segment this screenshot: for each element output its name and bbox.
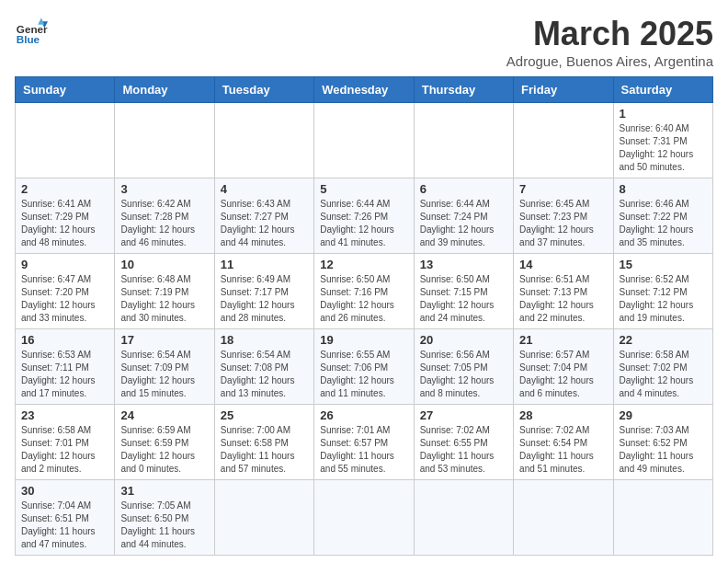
day-info: Sunrise: 6:40 AM Sunset: 7:31 PM Dayligh…	[620, 122, 707, 174]
day-info: Sunrise: 6:41 AM Sunset: 7:29 PM Dayligh…	[21, 198, 108, 249]
day-cell	[214, 103, 313, 178]
day-number: 8	[620, 182, 707, 196]
page-header: General Blue March 2025 Adrogue, Buenos …	[15, 15, 713, 69]
day-cell: 22Sunrise: 6:58 AM Sunset: 7:02 PM Dayli…	[613, 329, 712, 405]
week-row-1: 1Sunrise: 6:40 AM Sunset: 7:31 PM Daylig…	[16, 103, 713, 178]
day-cell: 13Sunrise: 6:50 AM Sunset: 7:15 PM Dayli…	[414, 254, 513, 329]
day-info: Sunrise: 6:55 AM Sunset: 7:06 PM Dayligh…	[320, 349, 407, 400]
day-cell: 8Sunrise: 6:46 AM Sunset: 7:22 PM Daylig…	[613, 178, 712, 254]
day-cell: 6Sunrise: 6:44 AM Sunset: 7:24 PM Daylig…	[414, 178, 513, 254]
svg-text:Blue: Blue	[17, 33, 40, 45]
day-cell	[314, 480, 414, 556]
day-number: 28	[519, 408, 607, 422]
day-info: Sunrise: 6:47 AM Sunset: 7:20 PM Dayligh…	[21, 273, 108, 325]
day-info: Sunrise: 6:52 AM Sunset: 7:12 PM Dayligh…	[620, 273, 707, 325]
day-number: 9	[21, 258, 108, 271]
day-cell	[314, 103, 414, 178]
day-info: Sunrise: 6:57 AM Sunset: 7:04 PM Dayligh…	[519, 349, 607, 400]
location: Adrogue, Buenos Aires, Argentina	[506, 53, 713, 69]
day-cell: 29Sunrise: 7:03 AM Sunset: 6:52 PM Dayli…	[613, 405, 712, 480]
day-number: 31	[120, 484, 208, 498]
day-cell: 3Sunrise: 6:42 AM Sunset: 7:28 PM Daylig…	[115, 178, 214, 254]
day-cell: 26Sunrise: 7:01 AM Sunset: 6:57 PM Dayli…	[314, 405, 414, 480]
day-number: 26	[320, 408, 407, 422]
day-number: 22	[620, 333, 707, 347]
day-number: 7	[519, 182, 607, 196]
day-cell: 5Sunrise: 6:44 AM Sunset: 7:26 PM Daylig…	[314, 178, 414, 254]
day-info: Sunrise: 7:02 AM Sunset: 6:54 PM Dayligh…	[519, 424, 607, 476]
week-row-6: 30Sunrise: 7:04 AM Sunset: 6:51 PM Dayli…	[16, 480, 713, 556]
day-cell: 19Sunrise: 6:55 AM Sunset: 7:06 PM Dayli…	[314, 329, 414, 405]
day-cell: 14Sunrise: 6:51 AM Sunset: 7:13 PM Dayli…	[514, 254, 613, 329]
day-cell	[514, 103, 613, 178]
day-info: Sunrise: 6:56 AM Sunset: 7:05 PM Dayligh…	[420, 349, 507, 400]
day-cell: 9Sunrise: 6:47 AM Sunset: 7:20 PM Daylig…	[16, 254, 115, 329]
day-cell	[613, 480, 712, 556]
day-info: Sunrise: 6:50 AM Sunset: 7:15 PM Dayligh…	[420, 273, 507, 325]
day-cell: 21Sunrise: 6:57 AM Sunset: 7:04 PM Dayli…	[514, 329, 613, 405]
week-row-5: 23Sunrise: 6:58 AM Sunset: 7:01 PM Dayli…	[16, 405, 713, 480]
day-number: 15	[620, 258, 707, 271]
day-number: 21	[519, 333, 607, 347]
title-block: March 2025 Adrogue, Buenos Aires, Argent…	[506, 15, 713, 69]
weekday-header-row: SundayMondayTuesdayWednesdayThursdayFrid…	[16, 77, 713, 103]
month-title: March 2025	[506, 15, 713, 53]
day-number: 23	[21, 408, 108, 422]
day-number: 19	[320, 333, 407, 347]
day-info: Sunrise: 6:58 AM Sunset: 7:02 PM Dayligh…	[620, 349, 707, 400]
weekday-header-friday: Friday	[514, 77, 613, 103]
day-cell: 1Sunrise: 6:40 AM Sunset: 7:31 PM Daylig…	[613, 103, 712, 178]
day-number: 24	[120, 408, 208, 422]
day-info: Sunrise: 6:54 AM Sunset: 7:09 PM Dayligh…	[120, 349, 208, 400]
day-info: Sunrise: 6:48 AM Sunset: 7:19 PM Dayligh…	[120, 273, 208, 325]
day-cell	[414, 480, 513, 556]
day-number: 14	[519, 258, 607, 271]
day-cell	[115, 103, 214, 178]
day-cell	[414, 103, 513, 178]
day-info: Sunrise: 6:54 AM Sunset: 7:08 PM Dayligh…	[221, 349, 308, 400]
day-info: Sunrise: 6:53 AM Sunset: 7:11 PM Dayligh…	[21, 349, 108, 400]
day-number: 27	[420, 408, 507, 422]
logo-icon: General Blue	[15, 15, 48, 48]
day-cell: 10Sunrise: 6:48 AM Sunset: 7:19 PM Dayli…	[115, 254, 214, 329]
day-info: Sunrise: 6:42 AM Sunset: 7:28 PM Dayligh…	[120, 198, 208, 249]
week-row-3: 9Sunrise: 6:47 AM Sunset: 7:20 PM Daylig…	[16, 254, 713, 329]
day-info: Sunrise: 6:59 AM Sunset: 6:59 PM Dayligh…	[120, 424, 208, 476]
day-cell: 31Sunrise: 7:05 AM Sunset: 6:50 PM Dayli…	[115, 480, 214, 556]
day-number: 13	[420, 258, 507, 271]
day-number: 18	[221, 333, 308, 347]
day-number: 16	[21, 333, 108, 347]
weekday-header-wednesday: Wednesday	[314, 77, 414, 103]
day-info: Sunrise: 6:58 AM Sunset: 7:01 PM Dayligh…	[21, 424, 108, 476]
weekday-header-saturday: Saturday	[613, 77, 712, 103]
day-info: Sunrise: 7:04 AM Sunset: 6:51 PM Dayligh…	[21, 500, 108, 551]
day-cell	[16, 103, 115, 178]
day-cell: 25Sunrise: 7:00 AM Sunset: 6:58 PM Dayli…	[214, 405, 313, 480]
day-cell: 4Sunrise: 6:43 AM Sunset: 7:27 PM Daylig…	[214, 178, 313, 254]
day-cell	[214, 480, 313, 556]
day-cell: 12Sunrise: 6:50 AM Sunset: 7:16 PM Dayli…	[314, 254, 414, 329]
day-number: 2	[21, 182, 108, 196]
day-number: 3	[120, 182, 208, 196]
day-info: Sunrise: 6:50 AM Sunset: 7:16 PM Dayligh…	[320, 273, 407, 325]
day-info: Sunrise: 7:00 AM Sunset: 6:58 PM Dayligh…	[221, 424, 308, 476]
weekday-header-thursday: Thursday	[414, 77, 513, 103]
day-number: 30	[21, 484, 108, 498]
day-number: 4	[221, 182, 308, 196]
day-cell	[514, 480, 613, 556]
week-row-4: 16Sunrise: 6:53 AM Sunset: 7:11 PM Dayli…	[16, 329, 713, 405]
weekday-header-tuesday: Tuesday	[214, 77, 313, 103]
day-info: Sunrise: 6:43 AM Sunset: 7:27 PM Dayligh…	[221, 198, 308, 249]
weekday-header-sunday: Sunday	[16, 77, 115, 103]
day-cell: 7Sunrise: 6:45 AM Sunset: 7:23 PM Daylig…	[514, 178, 613, 254]
day-info: Sunrise: 7:03 AM Sunset: 6:52 PM Dayligh…	[620, 424, 707, 476]
day-number: 1	[620, 107, 707, 121]
day-cell: 28Sunrise: 7:02 AM Sunset: 6:54 PM Dayli…	[514, 405, 613, 480]
day-cell: 27Sunrise: 7:02 AM Sunset: 6:55 PM Dayli…	[414, 405, 513, 480]
day-cell: 16Sunrise: 6:53 AM Sunset: 7:11 PM Dayli…	[16, 329, 115, 405]
weekday-header-monday: Monday	[115, 77, 214, 103]
day-info: Sunrise: 7:02 AM Sunset: 6:55 PM Dayligh…	[420, 424, 507, 476]
day-number: 29	[620, 408, 707, 422]
logo: General Blue	[15, 15, 48, 48]
day-number: 5	[320, 182, 407, 196]
